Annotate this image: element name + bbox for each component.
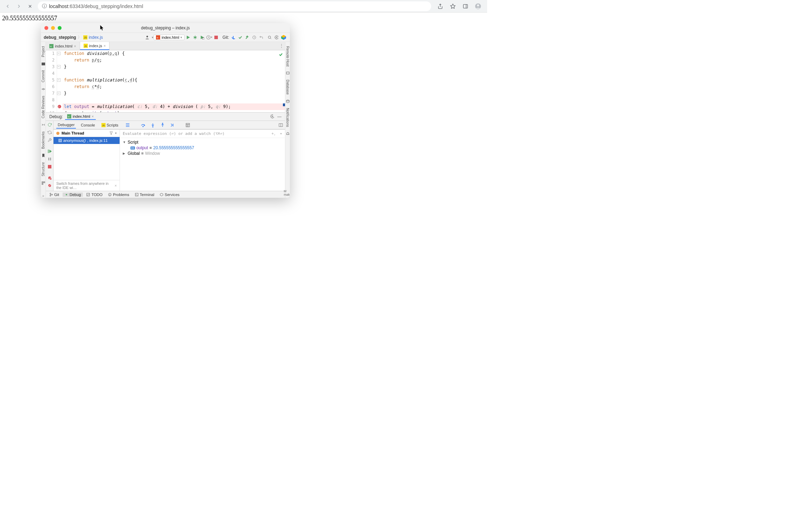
debug-button[interactable] <box>192 34 199 41</box>
code-editor[interactable]: 1234567891011 −−−− function division(p,q… <box>46 50 285 112</box>
user-icon[interactable] <box>144 34 151 41</box>
layout-icon[interactable] <box>279 122 285 128</box>
url-bar[interactable]: ⓘ localhost:63343/debug_stepping/index.h… <box>38 1 431 11</box>
back-button[interactable] <box>3 1 13 11</box>
folder-icon[interactable] <box>42 62 45 65</box>
database-icon[interactable] <box>286 100 290 103</box>
reload-icon[interactable] <box>47 130 52 135</box>
side-panel-icon[interactable] <box>461 1 470 11</box>
evaluate-icon[interactable] <box>185 122 191 128</box>
fold-marker-icon[interactable]: − <box>57 65 60 68</box>
site-info-icon[interactable]: ⓘ <box>42 3 47 9</box>
settings-gear-icon[interactable] <box>273 34 280 41</box>
run-button[interactable] <box>185 34 192 41</box>
status-debug[interactable]: Debug <box>63 193 83 197</box>
var-output[interactable]: 01 output = 20.555555555555557 <box>123 145 282 151</box>
close-icon[interactable]: × <box>74 44 76 48</box>
minimize-panel-icon[interactable]: — <box>277 114 282 119</box>
tab-index-js[interactable]: JS index.js × <box>80 42 110 50</box>
code-review-icon[interactable] <box>42 123 45 127</box>
tabs-more-icon[interactable]: ⋮ <box>279 43 284 48</box>
stop-button[interactable] <box>25 1 35 11</box>
stack-frame[interactable]: anonymous(), index.js:11 <box>54 137 120 144</box>
pause-icon[interactable] <box>47 156 52 162</box>
filter-icon[interactable] <box>109 131 113 135</box>
var-script-scope[interactable]: ▼ Script <box>123 139 282 145</box>
close-icon[interactable]: × <box>115 183 117 188</box>
add-watch-icon[interactable]: +。 ▾ <box>271 131 282 136</box>
window-minimize-icon[interactable] <box>51 26 55 30</box>
dropdown-icon[interactable]: ▾ <box>115 131 117 135</box>
forward-button[interactable] <box>14 1 24 11</box>
sidebar-commit[interactable]: Commit <box>41 69 45 84</box>
collapse-icon[interactable]: » <box>42 194 44 198</box>
sidebar-make[interactable]: M make <box>284 189 290 198</box>
run-configuration-selector[interactable]: H index.html ▾ <box>154 35 185 40</box>
bookmark-icon[interactable] <box>42 154 45 157</box>
sidebar-database[interactable]: Database <box>286 78 290 96</box>
sidebar-project[interactable]: Project <box>41 45 45 58</box>
evaluate-expression-input[interactable]: Evaluate expression (⏎) or add a watch (… <box>120 130 285 138</box>
sidebar-bookmarks[interactable]: Bookmarks <box>41 130 45 150</box>
bookmark-star-icon[interactable] <box>448 1 458 11</box>
sidebar-code-reviews[interactable]: Code Reviews <box>41 94 45 120</box>
profile-avatar-icon[interactable] <box>473 1 483 11</box>
window-close-icon[interactable] <box>44 26 48 30</box>
resume-icon[interactable] <box>47 149 52 154</box>
tab-index-html[interactable]: H index.html × <box>46 42 80 50</box>
inspection-ok-icon[interactable] <box>279 52 283 57</box>
debug-settings-icon[interactable] <box>270 114 275 119</box>
breakpoint-icon[interactable] <box>58 105 61 108</box>
step-over-icon[interactable] <box>140 122 146 128</box>
gutter[interactable]: −−−− <box>57 50 63 112</box>
tab-scripts[interactable]: JS Scripts <box>100 122 120 128</box>
ide-logo-icon[interactable] <box>280 34 287 41</box>
coverage-button[interactable] <box>199 34 206 41</box>
git-history-icon[interactable] <box>251 34 258 41</box>
close-icon[interactable]: × <box>92 114 94 118</box>
status-todo[interactable]: TODO <box>84 193 105 197</box>
breadcrumb-file[interactable]: index.js <box>89 35 103 40</box>
close-icon[interactable]: × <box>104 44 106 48</box>
run-to-cursor-icon[interactable] <box>169 122 176 128</box>
git-commit-icon[interactable] <box>237 34 244 41</box>
sidebar-notifications[interactable]: Notifications <box>286 107 290 128</box>
code-lines[interactable]: function division(p,q) { return p/q;}fun… <box>63 50 285 112</box>
share-icon[interactable] <box>435 1 445 11</box>
status-terminal[interactable]: Terminal <box>133 193 157 197</box>
wrench-icon[interactable] <box>47 137 52 143</box>
breadcrumb-project[interactable]: debug_stepping <box>44 35 76 40</box>
debug-session-tab[interactable]: H index.html × <box>65 114 96 120</box>
status-problems[interactable]: Problems <box>106 193 131 197</box>
rerun-icon[interactable] <box>47 122 52 128</box>
threads-icon[interactable] <box>124 122 131 128</box>
host-icon[interactable] <box>286 71 290 75</box>
ide-titlebar[interactable]: debug_stepping – index.js <box>41 23 290 33</box>
bell-icon[interactable] <box>286 132 290 136</box>
git-push-icon[interactable] <box>244 34 251 41</box>
profile-button[interactable]: ▾ <box>206 34 213 41</box>
step-into-icon[interactable] <box>150 122 156 128</box>
fold-marker-icon[interactable]: − <box>57 92 60 95</box>
view-breakpoints-icon[interactable] <box>47 175 52 181</box>
git-rollback-icon[interactable] <box>258 34 265 41</box>
fold-marker-icon[interactable]: − <box>57 78 60 82</box>
sidebar-structure[interactable]: Structure <box>41 161 45 178</box>
sidebar-remote-host[interactable]: Remote Host <box>286 45 290 68</box>
git-pull-icon[interactable] <box>230 34 237 41</box>
tab-console[interactable]: Console <box>79 122 96 128</box>
window-zoom-icon[interactable] <box>58 26 62 30</box>
var-global-scope[interactable]: ▶ Global = Window <box>123 151 282 156</box>
tab-debugger[interactable]: Debugger <box>56 122 76 129</box>
commit-icon[interactable] <box>42 87 45 91</box>
status-services[interactable]: Services <box>158 193 181 197</box>
mute-breakpoints-icon[interactable] <box>47 183 52 188</box>
stop-debug-icon[interactable] <box>47 164 52 169</box>
fold-marker-icon[interactable]: − <box>57 52 60 55</box>
structure-icon[interactable] <box>42 181 45 185</box>
status-git[interactable]: Git <box>47 193 61 197</box>
step-out-icon[interactable] <box>159 122 166 128</box>
search-icon[interactable] <box>266 34 273 41</box>
stop-button[interactable] <box>213 34 220 41</box>
thread-row[interactable]: Main Thread ▾ <box>54 130 120 137</box>
